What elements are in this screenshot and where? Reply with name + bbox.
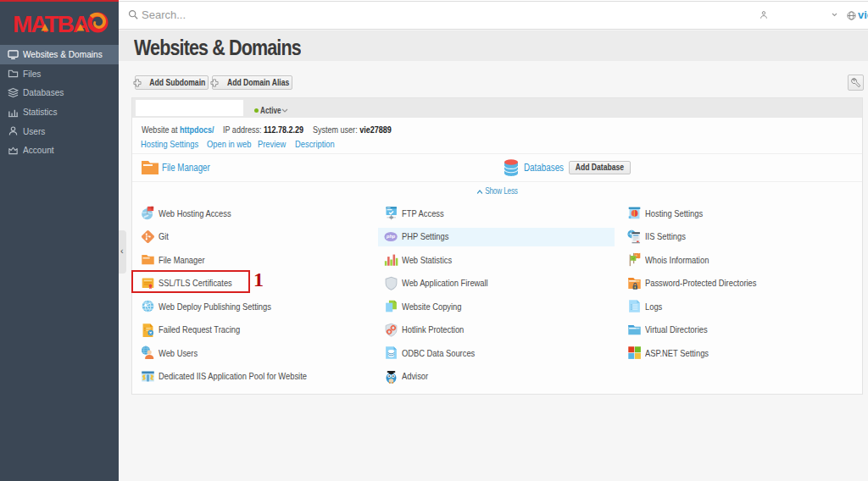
svg-text:php: php: [386, 234, 396, 239]
svg-text:MATBA: MATBA: [13, 11, 90, 37]
